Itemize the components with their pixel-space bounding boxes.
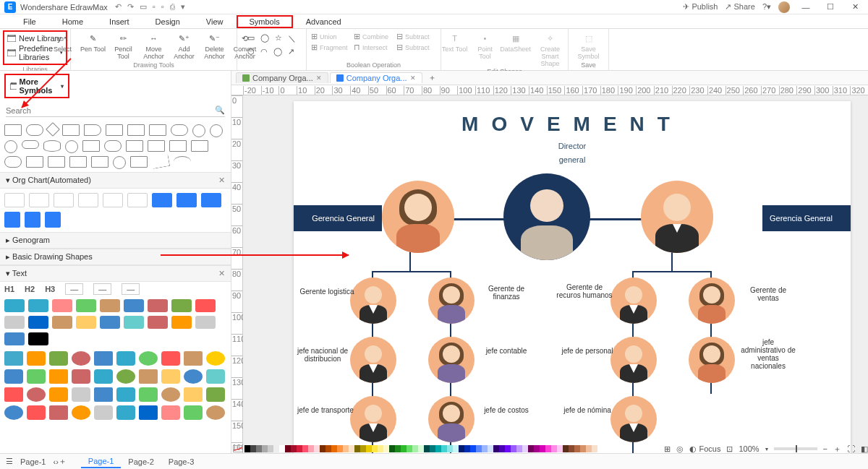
move-anchor-tool[interactable]: ↔Move Anchor bbox=[141, 32, 167, 60]
shape-item[interactable] bbox=[191, 140, 208, 152]
color-swatch[interactable] bbox=[354, 445, 360, 452]
category-text[interactable]: ▾ Text✕ bbox=[0, 265, 231, 282]
shape-item[interactable] bbox=[65, 140, 78, 153]
shape-thumb[interactable] bbox=[54, 193, 74, 207]
shape-item[interactable] bbox=[171, 124, 188, 136]
text-style[interactable]: — bbox=[65, 283, 83, 295]
add-page-button[interactable]: ＋ bbox=[59, 456, 67, 467]
color-swatch[interactable] bbox=[528, 445, 534, 452]
close-icon[interactable]: ✕ bbox=[218, 269, 225, 278]
shape-polygon[interactable]: ⬡ bbox=[247, 47, 255, 56]
badge-shape[interactable] bbox=[72, 405, 90, 420]
color-swatch[interactable] bbox=[412, 445, 418, 452]
shape-item[interactable] bbox=[4, 140, 17, 153]
shape-item[interactable] bbox=[26, 124, 43, 136]
avatar[interactable] bbox=[428, 396, 475, 442]
avatar[interactable] bbox=[610, 337, 657, 383]
zoom-slider[interactable] bbox=[774, 447, 817, 450]
shape-arrow[interactable]: ↗ bbox=[288, 47, 294, 56]
category-genogram[interactable]: ▸ Genogram bbox=[0, 232, 231, 249]
color-swatch[interactable] bbox=[488, 445, 493, 452]
badge-shape[interactable] bbox=[27, 387, 46, 402]
shape-item[interactable] bbox=[126, 140, 143, 152]
avatar[interactable] bbox=[428, 277, 475, 324]
color-swatch[interactable] bbox=[326, 445, 331, 452]
badge-shape[interactable] bbox=[206, 387, 225, 402]
undo-icon[interactable]: ↶ bbox=[115, 2, 122, 12]
color-swatch[interactable] bbox=[493, 445, 499, 452]
text-swatch[interactable] bbox=[171, 299, 192, 312]
text-swatch[interactable] bbox=[28, 332, 48, 345]
avatar[interactable] bbox=[610, 396, 657, 442]
avatar[interactable] bbox=[350, 396, 396, 442]
add-tab-button[interactable]: ＋ bbox=[424, 72, 441, 83]
panel-icon[interactable]: ◧ bbox=[861, 444, 868, 454]
badge-shape[interactable] bbox=[27, 405, 46, 420]
color-swatch[interactable] bbox=[470, 445, 476, 452]
shape-item[interactable] bbox=[192, 124, 205, 137]
create-smart-shape[interactable]: ✧Create Smart Shape bbox=[533, 32, 568, 67]
color-swatch[interactable] bbox=[308, 445, 314, 452]
minimize-button[interactable]: — bbox=[797, 3, 814, 12]
shape-ring[interactable]: ◯ bbox=[273, 47, 282, 56]
color-swatch[interactable] bbox=[395, 445, 401, 452]
color-swatch[interactable] bbox=[551, 445, 557, 452]
color-swatch[interactable] bbox=[349, 445, 354, 452]
color-swatch[interactable] bbox=[366, 445, 372, 452]
shape-item[interactable] bbox=[149, 124, 166, 136]
share-button[interactable]: ↗ Share bbox=[725, 2, 754, 12]
color-swatch[interactable] bbox=[580, 445, 586, 452]
boolean-combine[interactable]: ⊞Combine bbox=[354, 32, 393, 41]
badge-shape[interactable] bbox=[184, 405, 203, 420]
text-swatch[interactable] bbox=[76, 316, 96, 329]
badge-shape[interactable] bbox=[27, 351, 46, 366]
avatar-manager[interactable] bbox=[382, 181, 454, 253]
select-tool[interactable]: ▭↖Select bbox=[50, 32, 76, 53]
shape-item[interactable] bbox=[169, 140, 187, 152]
boolean-intersect[interactable]: ⊓Intersect bbox=[354, 43, 393, 52]
badge-shape[interactable] bbox=[49, 387, 68, 402]
help-icon[interactable]: ?▾ bbox=[762, 2, 771, 12]
text-tool[interactable]: TText Tool bbox=[442, 32, 468, 53]
add-anchor-tool[interactable]: ✎⁺Add Anchor bbox=[171, 32, 197, 60]
color-swatch[interactable] bbox=[424, 445, 430, 452]
new-icon[interactable]: ▭ bbox=[140, 2, 147, 12]
shape-item[interactable] bbox=[210, 124, 223, 137]
badge-shape[interactable] bbox=[116, 351, 135, 366]
doc-tab[interactable]: Company Orga...✕ bbox=[236, 72, 328, 83]
color-swatch[interactable] bbox=[268, 445, 273, 452]
color-swatch[interactable] bbox=[360, 445, 366, 452]
shape-item[interactable] bbox=[46, 122, 60, 137]
badge-shape[interactable] bbox=[206, 369, 225, 384]
color-swatch[interactable] bbox=[459, 445, 464, 452]
menu-insert[interactable]: Insert bbox=[96, 15, 142, 28]
redo-icon[interactable]: ↷ bbox=[127, 2, 134, 12]
color-swatch[interactable] bbox=[505, 445, 511, 452]
boolean-union[interactable]: ⊞Union bbox=[311, 32, 351, 41]
save-symbol[interactable]: ⬚Save Symbol bbox=[573, 32, 605, 60]
shape-item[interactable] bbox=[4, 124, 22, 136]
badge-shape[interactable] bbox=[184, 369, 203, 384]
shape-thumb[interactable] bbox=[25, 212, 41, 228]
avatar[interactable] bbox=[428, 337, 475, 383]
save-icon[interactable]: ▫ bbox=[161, 2, 164, 12]
color-swatch[interactable] bbox=[314, 445, 320, 452]
pen-tool[interactable]: ✎Pen Tool bbox=[80, 32, 106, 53]
shape-rect[interactable]: ▭ bbox=[247, 33, 255, 44]
color-swatch[interactable] bbox=[563, 445, 569, 452]
avatar[interactable] bbox=[350, 337, 396, 383]
color-swatch[interactable] bbox=[378, 445, 383, 452]
user-avatar[interactable] bbox=[778, 1, 790, 13]
shape-item[interactable] bbox=[22, 140, 39, 149]
color-swatch[interactable] bbox=[557, 445, 563, 452]
color-swatch[interactable] bbox=[320, 445, 326, 452]
color-swatch[interactable] bbox=[545, 445, 551, 452]
badge-shape[interactable] bbox=[206, 351, 225, 366]
text-swatch[interactable] bbox=[124, 316, 144, 329]
badge-shape[interactable] bbox=[139, 387, 158, 402]
shape-star[interactable]: ☆ bbox=[275, 33, 282, 44]
color-swatch[interactable] bbox=[430, 445, 435, 452]
menu-advanced[interactable]: Advanced bbox=[293, 15, 354, 28]
search-icon[interactable]: 🔍 bbox=[215, 106, 225, 115]
avatar[interactable] bbox=[610, 277, 657, 324]
